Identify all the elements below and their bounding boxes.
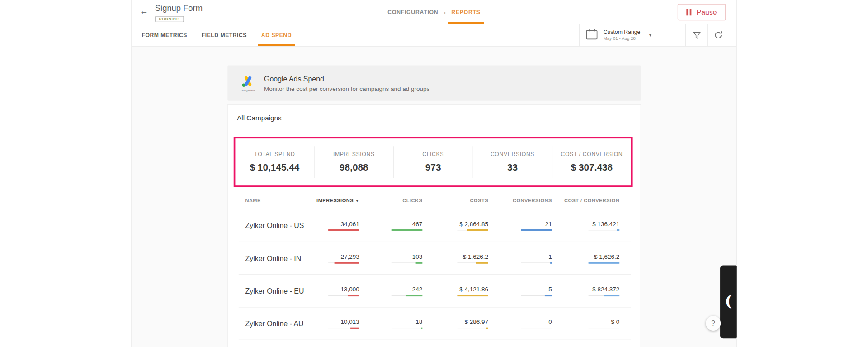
cell-bar: [392, 295, 423, 296]
cell-bar: [328, 328, 359, 328]
table-body: Zylker Online - US34,061467$ 2,864.8521$…: [239, 209, 631, 340]
cell-value: 34,061: [340, 221, 359, 228]
metric-cell: 21: [488, 221, 552, 231]
campaign-row[interactable]: Zylker Online - EU13,000242$ 4,121.865$ …: [239, 275, 631, 308]
help-button[interactable]: ?: [706, 316, 721, 331]
feedback-tab[interactable]: (: [720, 266, 737, 339]
cell-value: 5: [548, 286, 552, 293]
summary-metric: CLICKS973: [394, 146, 473, 178]
cell-value: 103: [412, 253, 422, 260]
column-header-label: IMPRESSIONS: [316, 198, 354, 203]
metric-cell: $ 2,864.85: [422, 221, 488, 231]
metric-label: CLICKS: [422, 151, 444, 157]
metric-cell: 242: [359, 286, 423, 296]
app-header: ← Signup Form RUNNING CONFIGURATION›REPO…: [132, 0, 736, 24]
metric-cell: $ 286.97: [422, 318, 488, 328]
metric-value: 33: [507, 162, 518, 173]
status-badge: RUNNING: [155, 16, 184, 22]
refresh-icon: [713, 30, 723, 40]
google-ads-title: Google Ads Spend: [264, 75, 429, 83]
cell-value: $ 1,626.2: [463, 253, 488, 260]
page-title: Signup Form: [155, 3, 203, 13]
google-ads-logo: Google Ads: [236, 75, 259, 92]
toolbar-divider: [707, 24, 708, 46]
date-range-label: Custom Range: [604, 29, 641, 36]
metric-value: 98,088: [340, 162, 368, 173]
summary-metric: CONVERSIONS33: [473, 146, 552, 178]
cell-bar: [328, 263, 359, 263]
report-toolbar: FORM METRICSFIELD METRICSAD SPEND Custom…: [132, 24, 736, 47]
metric-cell: 34,061: [311, 221, 359, 231]
column-header-label: COSTS: [470, 198, 488, 203]
section-title: All Campaigns: [237, 114, 282, 122]
form-title-block: Signup Form RUNNING: [155, 3, 203, 23]
campaign-row[interactable]: Zylker Online - IN27,293103$ 1,626.21$ 1…: [239, 242, 631, 275]
metric-label: TOTAL SPEND: [254, 151, 295, 157]
tab-ad-spend[interactable]: AD SPEND: [261, 24, 292, 46]
campaign-row[interactable]: Zylker Online - US34,061467$ 2,864.8521$…: [239, 209, 631, 242]
pause-button[interactable]: Pause: [678, 4, 726, 21]
metric-cell: 103: [359, 253, 423, 263]
cell-bar: [589, 328, 620, 328]
metric-label: IMPRESSIONS: [333, 151, 375, 157]
sort-desc-icon: ▼: [355, 199, 359, 203]
metric-cell: 13,000: [311, 286, 359, 296]
cell-bar: [521, 328, 552, 328]
cell-value: 242: [412, 286, 422, 293]
cell-value: 467: [412, 221, 422, 228]
pause-button-label: Pause: [697, 8, 717, 16]
summary-metric: TOTAL SPEND$ 10,145.44: [235, 146, 314, 178]
cell-bar: [589, 230, 620, 230]
toolbar-divider: [685, 24, 686, 46]
google-ads-banner: Google Ads Google Ads Spend Monitor the …: [227, 65, 641, 100]
breadcrumb-item-configuration[interactable]: CONFIGURATION: [387, 0, 438, 24]
column-header-costs[interactable]: COSTS: [422, 197, 488, 204]
column-header-conversions[interactable]: CONVERSIONS: [488, 197, 552, 204]
breadcrumb-item-reports[interactable]: REPORTS: [451, 0, 480, 24]
metric-cell: $ 0: [552, 318, 619, 328]
column-header-label: CLICKS: [402, 198, 422, 203]
campaign-row[interactable]: Zylker Online - AU10,01318$ 286.970$ 0: [239, 308, 631, 340]
cell-value: 10,013: [340, 318, 359, 325]
tab-list: FORM METRICSFIELD METRICSAD SPEND: [142, 24, 292, 46]
cell-bar: [328, 230, 359, 230]
column-header-cost-conversion[interactable]: COST / CONVERSION: [552, 197, 619, 204]
metric-value: 973: [425, 162, 441, 173]
date-range-text: Custom Range May 01 - Aug 28: [604, 29, 641, 42]
cell-value: $ 2,864.85: [459, 221, 488, 228]
metric-cell: 27,293: [311, 253, 359, 263]
tab-field-metrics[interactable]: FIELD METRICS: [202, 24, 247, 46]
column-header-impressions[interactable]: IMPRESSIONS▼: [311, 197, 359, 204]
toolbar-divider: [579, 24, 580, 46]
filter-funnel-icon: [693, 31, 701, 39]
cell-value: $ 1,626.2: [594, 253, 619, 260]
cell-bar: [521, 295, 552, 296]
refresh-button[interactable]: [708, 24, 727, 46]
metric-value: $ 307.438: [571, 162, 613, 173]
filter-button[interactable]: [688, 24, 707, 46]
cell-bar: [589, 295, 620, 296]
cell-bar: [392, 263, 423, 263]
summary-metric: IMPRESSIONS98,088: [315, 146, 394, 178]
back-arrow-icon[interactable]: ←: [140, 6, 149, 16]
metric-cell: 10,013: [311, 318, 359, 328]
cell-value: 21: [545, 221, 552, 228]
column-header-label: COST / CONVERSION: [564, 198, 619, 203]
cell-bar: [457, 328, 488, 328]
campaign-name: Zylker Online - AU: [239, 319, 311, 328]
campaign-name: Zylker Online - US: [239, 221, 311, 229]
chevron-down-icon: ▾: [649, 33, 651, 38]
metric-label: COST / CONVERSION: [561, 151, 623, 157]
cell-value: $ 136.421: [592, 221, 619, 228]
metric-cell: 5: [488, 286, 552, 296]
metric-cell: 467: [359, 221, 423, 231]
screenshot-stage: ← Signup Form RUNNING CONFIGURATION›REPO…: [0, 0, 868, 347]
breadcrumb: CONFIGURATION›REPORTS: [387, 0, 480, 24]
cell-bar: [392, 230, 423, 230]
metric-cell: $ 824.372: [552, 286, 619, 296]
column-header-clicks[interactable]: CLICKS: [359, 197, 423, 204]
google-ads-logo-caption: Google Ads: [241, 88, 255, 91]
tab-form-metrics[interactable]: FORM METRICS: [142, 24, 187, 46]
column-header-name[interactable]: NAME: [239, 197, 311, 204]
date-range-selector[interactable]: Custom Range May 01 - Aug 28 ▾: [586, 24, 689, 46]
